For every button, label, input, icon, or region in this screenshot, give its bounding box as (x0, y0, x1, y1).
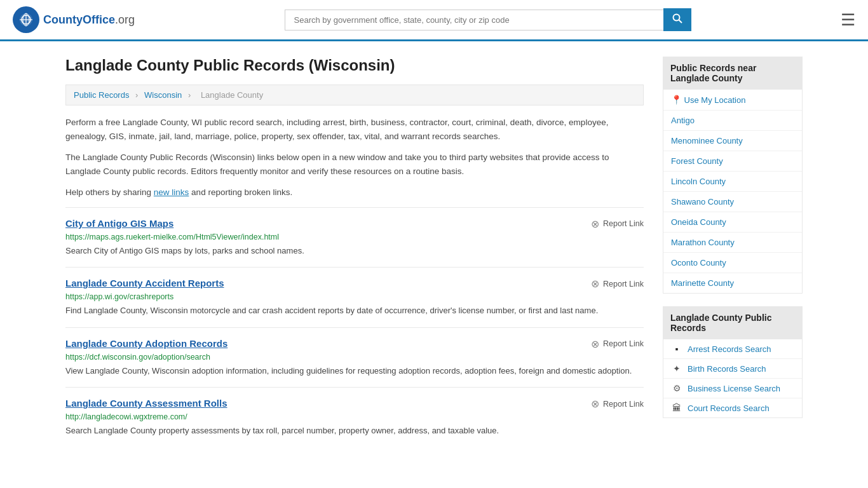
report-link-icon: ⊗ (591, 398, 599, 410)
record-url-2: https://dcf.wisconsin.gov/adoption/searc… (65, 353, 644, 362)
record-title-2[interactable]: Langlade County Adoption Records (65, 338, 227, 349)
nearby-link-1[interactable]: Antigo (663, 111, 802, 130)
sidebar: Public Records near Langlade County 📍 Us… (663, 57, 803, 447)
breadcrumb-current: Langlade County (201, 90, 263, 100)
svg-point-6 (673, 15, 679, 21)
county-record-item: 🏛 Court Records Search (663, 398, 802, 417)
report-link-label: Report Link (603, 339, 644, 348)
record-entry: Langlade County Adoption Records ⊗ Repor… (65, 327, 644, 388)
menu-icon[interactable]: ☰ (841, 11, 855, 28)
search-area (285, 8, 691, 31)
report-link-0[interactable]: ⊗ Report Link (591, 218, 644, 230)
nearby-item: Oconto County (663, 253, 802, 273)
logo-icon (13, 6, 39, 33)
nearby-list: 📍 Use My LocationAntigoMenominee CountyF… (663, 90, 803, 294)
description-2: The Langlade County Public Records (Wisc… (65, 151, 644, 178)
record-desc-3: Search Langlade County property assessme… (65, 424, 644, 437)
county-record-link-0[interactable]: Arrest Records Search (688, 344, 771, 354)
page-title: Langlade County Public Records (Wisconsi… (65, 57, 644, 74)
content-area: Langlade County Public Records (Wisconsi… (65, 57, 644, 447)
record-url-1: https://app.wi.gov/crashreports (65, 292, 644, 301)
record-url-3: http://langladecowi.wgxtreme.com/ (65, 412, 644, 421)
court-icon: 🏛 (671, 403, 682, 413)
nearby-item: Shawano County (663, 192, 802, 212)
search-icon (672, 13, 682, 24)
county-record-item: ✦ Birth Records Search (663, 359, 802, 379)
nearby-item: Marinette County (663, 273, 802, 293)
svg-line-7 (679, 20, 682, 24)
nearby-title: Public Records near Langlade County (663, 57, 803, 90)
report-link-label: Report Link (603, 280, 644, 288)
county-records-list: ▪ Arrest Records Search ✦ Birth Records … (663, 339, 803, 418)
nearby-link-6[interactable]: Oneida County (663, 212, 802, 232)
use-my-location-link[interactable]: 📍 Use My Location (663, 90, 802, 110)
search-input[interactable] (285, 10, 663, 30)
county-records-section: Langlade County Public Records ▪ Arrest … (663, 306, 803, 418)
main-container: Langlade County Public Records (Wisconsi… (53, 41, 815, 463)
report-link-2[interactable]: ⊗ Report Link (591, 338, 644, 350)
breadcrumb-wisconsin[interactable]: Wisconsin (144, 90, 182, 100)
business-icon: ⚙ (671, 383, 682, 393)
report-link-1[interactable]: ⊗ Report Link (591, 278, 644, 290)
logo-area: CountyOffice.org (13, 6, 135, 33)
breadcrumb-public-records[interactable]: Public Records (74, 90, 129, 100)
county-records-title: Langlade County Public Records (663, 306, 803, 339)
record-url-0: https://maps.ags.ruekert-mielke.com/Html… (65, 233, 644, 241)
nearby-item: Forest County (663, 151, 802, 172)
nearby-link-3[interactable]: Forest County (663, 151, 802, 171)
nearby-section: Public Records near Langlade County 📍 Us… (663, 57, 803, 294)
report-link-3[interactable]: ⊗ Report Link (591, 398, 644, 410)
record-desc-1: Find Langlade County, Wisconsin motorcyc… (65, 304, 644, 317)
report-link-icon: ⊗ (591, 278, 599, 290)
record-desc-2: View Langlade County, Wisconsin adoption… (65, 365, 644, 377)
new-links-link[interactable]: new links (154, 187, 189, 197)
report-link-label: Report Link (603, 400, 644, 409)
report-link-icon: ⊗ (591, 218, 599, 230)
nearby-link-2[interactable]: Menominee County (663, 131, 802, 151)
nearby-link-7[interactable]: Marathon County (663, 233, 802, 252)
county-record-link-1[interactable]: Birth Records Search (688, 364, 766, 374)
report-link-label: Report Link (603, 219, 644, 228)
logo-text: CountyOffice.org (43, 13, 135, 27)
nearby-item: 📍 Use My Location (663, 90, 802, 111)
arrest-icon: ▪ (671, 344, 682, 354)
county-record-link-2[interactable]: Business License Search (688, 384, 780, 393)
description-3: Help others by sharing new links and rep… (65, 186, 644, 200)
record-entry: Langlade County Accident Reports ⊗ Repor… (65, 267, 644, 327)
nearby-link-8[interactable]: Oconto County (663, 253, 802, 273)
nearby-link-5[interactable]: Shawano County (663, 192, 802, 212)
description-1: Perform a free Langlade County, WI publi… (65, 116, 644, 143)
nearby-item: Menominee County (663, 131, 802, 151)
nearby-item: Oneida County (663, 212, 802, 233)
record-entry: City of Antigo GIS Maps ⊗ Report Link ht… (65, 207, 644, 268)
birth-icon: ✦ (671, 363, 682, 374)
search-button[interactable] (663, 8, 691, 31)
county-record-item: ⚙ Business License Search (663, 379, 802, 398)
nearby-item: Lincoln County (663, 172, 802, 192)
nearby-link-4[interactable]: Lincoln County (663, 172, 802, 191)
site-header: CountyOffice.org ☰ (0, 0, 868, 41)
record-desc-0: Search City of Antigo GIS maps by lots, … (65, 245, 644, 257)
nearby-link-9[interactable]: Marinette County (663, 273, 802, 293)
report-link-icon: ⊗ (591, 338, 599, 350)
nearby-item: Marathon County (663, 233, 802, 253)
record-title-1[interactable]: Langlade County Accident Reports (65, 278, 224, 288)
pin-icon: 📍 (671, 95, 682, 105)
county-record-link-3[interactable]: Court Records Search (688, 403, 770, 413)
breadcrumb: Public Records › Wisconsin › Langlade Co… (65, 85, 644, 105)
county-record-item: ▪ Arrest Records Search (663, 339, 802, 359)
record-title-3[interactable]: Langlade County Assessment Rolls (65, 398, 227, 409)
records-container: City of Antigo GIS Maps ⊗ Report Link ht… (65, 207, 644, 447)
record-entry: Langlade County Assessment Rolls ⊗ Repor… (65, 387, 644, 447)
nearby-item: Antigo (663, 111, 802, 131)
record-title-0[interactable]: City of Antigo GIS Maps (65, 218, 173, 229)
